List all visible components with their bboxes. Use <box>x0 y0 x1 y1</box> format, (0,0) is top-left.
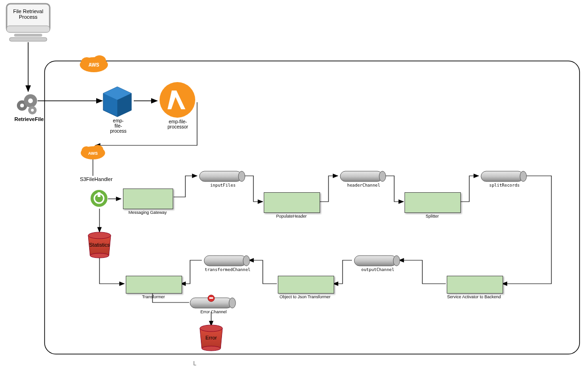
gears-icon <box>17 94 37 114</box>
svg-point-41 <box>81 146 105 159</box>
svg-rect-30 <box>9 38 47 41</box>
svg-marker-47 <box>117 93 131 117</box>
svg-point-36 <box>31 109 34 112</box>
svg-rect-13 <box>481 171 523 181</box>
statistics-text: Statistics <box>86 242 113 248</box>
aws-cloud-top: AWS <box>80 55 108 72</box>
o2j-label: Object to Json Transformer <box>272 294 338 299</box>
svg-marker-46 <box>103 87 131 100</box>
object-to-json-box <box>278 276 334 294</box>
aws-cloud-mid: AWS <box>81 145 105 159</box>
svg-rect-15 <box>354 256 397 266</box>
channel-inputfiles <box>199 171 245 181</box>
channel-output <box>354 256 400 266</box>
messaging-gateway-box <box>123 189 173 209</box>
lambda-icon <box>160 82 195 118</box>
svg-point-10 <box>238 171 245 181</box>
svg-point-21 <box>208 295 214 302</box>
headerchannel-label: headerChannel <box>343 183 385 188</box>
svg-point-39 <box>93 55 106 67</box>
svg-rect-29 <box>14 34 42 37</box>
svg-point-18 <box>243 256 250 266</box>
splitter-label: Splitter <box>405 214 460 219</box>
errorchannel-label: Error Channel <box>192 310 235 314</box>
svg-point-25 <box>200 325 222 332</box>
svg-point-31 <box>17 100 27 111</box>
svg-point-43 <box>92 145 103 154</box>
spring-icon <box>91 190 107 207</box>
s3filehandler-label: S3FileHandler <box>75 176 117 182</box>
inputfiles-label: inputFiles <box>202 183 244 188</box>
svg-point-12 <box>379 171 386 181</box>
populate-label: PopulateHeader <box>264 214 319 219</box>
service-activator-box <box>447 276 503 294</box>
svg-point-32 <box>20 104 24 107</box>
transformedchannel-label: transformedChannel <box>202 267 253 272</box>
s3-bucket-label: emp- file- process <box>104 118 132 134</box>
svg-text:AWS: AWS <box>89 62 99 68</box>
svg-point-48 <box>160 82 195 118</box>
svg-text:AWS: AWS <box>88 151 98 156</box>
lambda-label: emp-file- processor <box>161 119 194 129</box>
populate-header-box <box>264 192 320 213</box>
svg-point-42 <box>82 146 91 155</box>
svg-rect-51 <box>98 192 100 197</box>
svg-point-24 <box>90 253 109 258</box>
gateway-label: Messaging Gateway <box>123 210 172 215</box>
svg-point-26 <box>202 346 221 351</box>
splitter-box <box>405 192 461 213</box>
svg-rect-28 <box>7 26 50 32</box>
channel-transformed <box>204 256 250 266</box>
svg-point-20 <box>229 298 236 308</box>
svg-point-33 <box>24 94 37 107</box>
channel-header <box>340 171 386 181</box>
svg-point-37 <box>80 57 108 72</box>
transformer-box <box>126 276 182 294</box>
svg-point-38 <box>81 57 92 67</box>
svg-rect-19 <box>190 298 232 308</box>
svg-rect-17 <box>204 256 246 266</box>
channel-split <box>481 171 527 181</box>
retrieve-file-label: RetrieveFile <box>10 116 48 122</box>
svg-marker-45 <box>103 87 131 117</box>
svg-point-49 <box>91 190 107 207</box>
svg-rect-22 <box>209 297 213 299</box>
svg-point-35 <box>28 106 37 114</box>
svg-rect-9 <box>199 171 242 181</box>
channel-error <box>190 295 236 308</box>
footer-label: L <box>190 360 199 367</box>
service-label: Service Activator to Backend <box>436 294 512 299</box>
computer-title: File Retrieval Process <box>9 8 47 20</box>
svg-point-50 <box>94 194 104 203</box>
svg-point-16 <box>393 256 400 266</box>
error-text: Error <box>201 335 221 340</box>
svg-point-23 <box>88 232 111 239</box>
svg-point-34 <box>28 98 33 103</box>
splitrecords-label: splitRecords <box>483 183 526 188</box>
svg-point-14 <box>520 171 527 181</box>
s3-bucket-icon <box>103 87 131 117</box>
svg-rect-11 <box>340 171 382 181</box>
outputchannel-label: outputChannel <box>357 267 399 272</box>
transformer-label: Transformer <box>126 294 181 299</box>
